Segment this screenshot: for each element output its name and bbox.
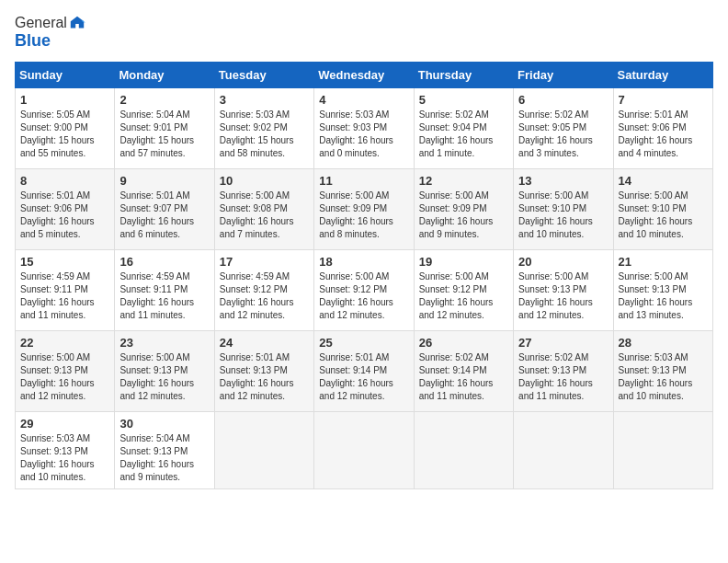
calendar-cell: 13Sunrise: 5:00 AM Sunset: 9:10 PM Dayli… — [514, 169, 613, 250]
logo-general-text: General — [15, 15, 67, 31]
day-number: 9 — [119, 174, 209, 188]
calendar-week-row: 22Sunrise: 5:00 AM Sunset: 9:13 PM Dayli… — [16, 331, 713, 412]
calendar-cell: 14Sunrise: 5:00 AM Sunset: 9:10 PM Dayli… — [613, 169, 712, 250]
calendar-cell: 3Sunrise: 5:03 AM Sunset: 9:02 PM Daylig… — [214, 88, 313, 169]
calendar-cell: 26Sunrise: 5:02 AM Sunset: 9:14 PM Dayli… — [414, 331, 513, 412]
cell-text: Sunrise: 4:59 AM Sunset: 9:11 PM Dayligh… — [20, 270, 109, 322]
day-number: 7 — [619, 93, 708, 107]
calendar-cell: 10Sunrise: 5:00 AM Sunset: 9:08 PM Dayli… — [214, 169, 313, 250]
day-number: 1 — [20, 93, 109, 107]
calendar-cell: 25Sunrise: 5:01 AM Sunset: 9:14 PM Dayli… — [314, 331, 414, 412]
cell-text: Sunrise: 5:03 AM Sunset: 9:13 PM Dayligh… — [619, 351, 708, 403]
logo-icon — [69, 15, 85, 31]
calendar-cell: 29Sunrise: 5:03 AM Sunset: 9:13 PM Dayli… — [16, 412, 115, 489]
day-number: 28 — [619, 336, 708, 350]
calendar-cell: 2Sunrise: 5:04 AM Sunset: 9:01 PM Daylig… — [115, 88, 214, 169]
calendar-cell: 22Sunrise: 5:00 AM Sunset: 9:13 PM Dayli… — [16, 331, 115, 412]
day-number: 11 — [319, 174, 408, 188]
day-number: 26 — [419, 336, 508, 350]
day-number: 13 — [518, 174, 608, 188]
cell-text: Sunrise: 5:05 AM Sunset: 9:00 PM Dayligh… — [20, 109, 109, 160]
cell-text: Sunrise: 5:00 AM Sunset: 9:09 PM Dayligh… — [319, 190, 408, 241]
calendar-cell: 20Sunrise: 5:00 AM Sunset: 9:13 PM Dayli… — [514, 250, 613, 331]
calendar-cell: 1Sunrise: 5:05 AM Sunset: 9:00 PM Daylig… — [16, 88, 115, 169]
cell-text: Sunrise: 5:01 AM Sunset: 9:13 PM Dayligh… — [220, 351, 309, 403]
weekday-header-friday: Friday — [514, 63, 613, 88]
page-header: General Blue — [15, 15, 713, 51]
calendar-cell: 18Sunrise: 5:00 AM Sunset: 9:12 PM Dayli… — [314, 250, 414, 331]
cell-text: Sunrise: 4:59 AM Sunset: 9:11 PM Dayligh… — [119, 270, 209, 322]
calendar-week-row: 8Sunrise: 5:01 AM Sunset: 9:06 PM Daylig… — [16, 169, 713, 250]
cell-text: Sunrise: 5:00 AM Sunset: 9:12 PM Dayligh… — [319, 270, 408, 322]
calendar-cell: 30Sunrise: 5:04 AM Sunset: 9:13 PM Dayli… — [115, 412, 214, 489]
calendar-cell: 6Sunrise: 5:02 AM Sunset: 9:05 PM Daylig… — [514, 88, 613, 169]
day-number: 22 — [20, 336, 109, 350]
calendar-cell: 28Sunrise: 5:03 AM Sunset: 9:13 PM Dayli… — [613, 331, 712, 412]
day-number: 16 — [119, 255, 209, 269]
day-number: 30 — [119, 417, 209, 431]
logo: General Blue — [15, 15, 85, 51]
cell-text: Sunrise: 5:02 AM Sunset: 9:04 PM Dayligh… — [419, 109, 508, 160]
day-number: 20 — [518, 255, 608, 269]
calendar-cell: 19Sunrise: 5:00 AM Sunset: 9:12 PM Dayli… — [414, 250, 513, 331]
calendar-cell: 27Sunrise: 5:02 AM Sunset: 9:13 PM Dayli… — [514, 331, 613, 412]
day-number: 29 — [20, 417, 109, 431]
weekday-header-thursday: Thursday — [414, 63, 513, 88]
logo-blue-text: Blue — [15, 31, 85, 51]
weekday-header-monday: Monday — [115, 63, 214, 88]
cell-text: Sunrise: 5:02 AM Sunset: 9:05 PM Dayligh… — [518, 109, 608, 160]
day-number: 21 — [619, 255, 708, 269]
day-number: 15 — [20, 255, 109, 269]
cell-text: Sunrise: 5:02 AM Sunset: 9:14 PM Dayligh… — [419, 351, 508, 403]
day-number: 19 — [419, 255, 508, 269]
day-number: 4 — [319, 93, 408, 107]
cell-text: Sunrise: 5:01 AM Sunset: 9:14 PM Dayligh… — [319, 351, 408, 403]
calendar-header-row: SundayMondayTuesdayWednesdayThursdayFrid… — [16, 63, 713, 88]
calendar-cell — [514, 412, 613, 489]
cell-text: Sunrise: 5:04 AM Sunset: 9:13 PM Dayligh… — [119, 432, 209, 484]
day-number: 6 — [518, 93, 608, 107]
calendar-cell — [314, 412, 414, 489]
calendar-cell: 15Sunrise: 4:59 AM Sunset: 9:11 PM Dayli… — [16, 250, 115, 331]
cell-text: Sunrise: 5:00 AM Sunset: 9:12 PM Dayligh… — [419, 270, 508, 322]
cell-text: Sunrise: 5:00 AM Sunset: 9:09 PM Dayligh… — [419, 190, 508, 241]
calendar-cell — [613, 412, 712, 489]
day-number: 3 — [220, 93, 309, 107]
calendar-cell: 17Sunrise: 4:59 AM Sunset: 9:12 PM Dayli… — [214, 250, 313, 331]
cell-text: Sunrise: 5:01 AM Sunset: 9:06 PM Dayligh… — [20, 190, 109, 241]
cell-text: Sunrise: 5:03 AM Sunset: 9:13 PM Dayligh… — [20, 432, 109, 484]
calendar-cell: 12Sunrise: 5:00 AM Sunset: 9:09 PM Dayli… — [414, 169, 513, 250]
cell-text: Sunrise: 5:00 AM Sunset: 9:08 PM Dayligh… — [220, 190, 309, 241]
day-number: 25 — [319, 336, 408, 350]
calendar-cell: 9Sunrise: 5:01 AM Sunset: 9:07 PM Daylig… — [115, 169, 214, 250]
cell-text: Sunrise: 5:01 AM Sunset: 9:07 PM Dayligh… — [119, 190, 209, 241]
day-number: 18 — [319, 255, 408, 269]
cell-text: Sunrise: 5:00 AM Sunset: 9:13 PM Dayligh… — [619, 270, 708, 322]
day-number: 27 — [518, 336, 608, 350]
cell-text: Sunrise: 5:00 AM Sunset: 9:13 PM Dayligh… — [518, 270, 608, 322]
cell-text: Sunrise: 5:01 AM Sunset: 9:06 PM Dayligh… — [619, 109, 708, 160]
day-number: 12 — [419, 174, 508, 188]
cell-text: Sunrise: 5:03 AM Sunset: 9:02 PM Dayligh… — [220, 109, 309, 160]
calendar-cell: 16Sunrise: 4:59 AM Sunset: 9:11 PM Dayli… — [115, 250, 214, 331]
cell-text: Sunrise: 5:03 AM Sunset: 9:03 PM Dayligh… — [319, 109, 408, 160]
cell-text: Sunrise: 4:59 AM Sunset: 9:12 PM Dayligh… — [220, 270, 309, 322]
calendar-cell — [214, 412, 313, 489]
day-number: 24 — [220, 336, 309, 350]
calendar-cell: 7Sunrise: 5:01 AM Sunset: 9:06 PM Daylig… — [613, 88, 712, 169]
calendar-body: 1Sunrise: 5:05 AM Sunset: 9:00 PM Daylig… — [16, 88, 713, 489]
day-number: 8 — [20, 174, 109, 188]
day-number: 5 — [419, 93, 508, 107]
calendar-cell: 8Sunrise: 5:01 AM Sunset: 9:06 PM Daylig… — [16, 169, 115, 250]
day-number: 10 — [220, 174, 309, 188]
calendar-cell: 11Sunrise: 5:00 AM Sunset: 9:09 PM Dayli… — [314, 169, 414, 250]
calendar-cell: 4Sunrise: 5:03 AM Sunset: 9:03 PM Daylig… — [314, 88, 414, 169]
weekday-header-saturday: Saturday — [613, 63, 712, 88]
cell-text: Sunrise: 5:02 AM Sunset: 9:13 PM Dayligh… — [518, 351, 608, 403]
calendar-cell: 24Sunrise: 5:01 AM Sunset: 9:13 PM Dayli… — [214, 331, 313, 412]
cell-text: Sunrise: 5:00 AM Sunset: 9:10 PM Dayligh… — [518, 190, 608, 241]
weekday-header-tuesday: Tuesday — [214, 63, 313, 88]
day-number: 2 — [119, 93, 209, 107]
day-number: 23 — [119, 336, 209, 350]
cell-text: Sunrise: 5:00 AM Sunset: 9:13 PM Dayligh… — [20, 351, 109, 403]
